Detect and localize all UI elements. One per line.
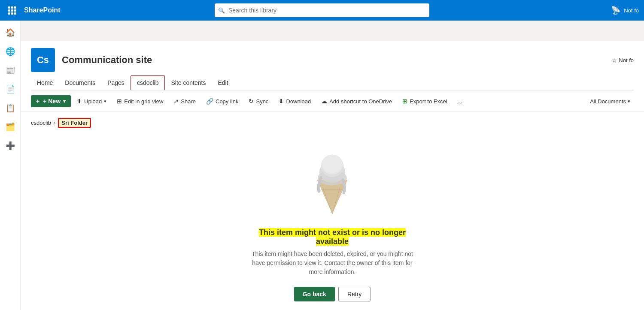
go-back-button[interactable]: Go back: [294, 287, 335, 301]
copy-link-label: Copy link: [216, 98, 238, 105]
nav-globe-icon[interactable]: 🌐: [2, 43, 19, 60]
edit-grid-button[interactable]: ⊞ Edit in grid view: [112, 95, 167, 107]
breadcrumb-parent[interactable]: csdoclib: [31, 120, 51, 126]
excel-icon: ⊞: [402, 98, 407, 105]
toolbar: + + New ▾ ⬆ Upload ▾ ⊞ Edit in grid view…: [21, 91, 644, 112]
top-bar: SharePoint 🔍 📡 Not fo: [0, 0, 644, 21]
download-label: Download: [286, 98, 311, 105]
nav-home-icon[interactable]: 🏠: [2, 24, 19, 41]
copy-link-button[interactable]: 🔗 Copy link: [202, 95, 243, 107]
topbar-right-area: 📡 Not fo: [611, 6, 639, 15]
not-following-button[interactable]: ☆ Not fo: [612, 57, 634, 63]
new-button[interactable]: + + New ▾: [31, 95, 71, 107]
new-dropdown-icon: ▾: [63, 99, 66, 104]
error-title-text2: available: [316, 237, 349, 246]
nav-item-documents[interactable]: Documents: [59, 76, 101, 90]
site-header: Cs Communication site ☆ Not fo Home Docu…: [21, 41, 644, 91]
svg-point-9: [322, 154, 342, 173]
onedrive-button[interactable]: ☁ Add shortcut to OneDrive: [317, 95, 396, 107]
edit-grid-icon: ⊞: [117, 98, 122, 105]
breadcrumb-separator: ›: [54, 120, 55, 126]
breadcrumb-current: Sri Folder: [58, 118, 91, 128]
nav-item-csdoclib[interactable]: csdoclib: [131, 75, 165, 90]
onedrive-label: Add shortcut to OneDrive: [329, 98, 392, 105]
upload-label: Upload: [84, 98, 102, 105]
breadcrumb: csdoclib › Sri Folder: [21, 112, 644, 132]
upload-chevron: ▾: [104, 99, 106, 104]
nav-library-icon[interactable]: 🗂️: [2, 118, 19, 135]
search-icon: 🔍: [218, 7, 225, 14]
excel-button[interactable]: ⊞ Export to Excel: [398, 95, 451, 107]
nav-item-edit[interactable]: Edit: [212, 76, 234, 90]
main-content: Cs Communication site ☆ Not fo Home Docu…: [21, 41, 644, 310]
view-label: All Documents: [590, 98, 626, 105]
more-icon: ...: [458, 98, 462, 105]
nav-news-icon[interactable]: 📰: [2, 62, 19, 79]
nav-item-home[interactable]: Home: [31, 76, 59, 90]
nav-add-icon[interactable]: ➕: [2, 137, 19, 154]
left-nav: 🏠 🌐 📰 📄 📋 🗂️ ➕: [0, 21, 21, 310]
download-icon: ⬇: [279, 98, 284, 105]
error-title-text1: This item might not exist or is no longe…: [259, 228, 406, 237]
site-title: Communication site: [62, 54, 152, 66]
download-button[interactable]: ⬇ Download: [274, 95, 315, 107]
error-container: This item might not exist or is no longe…: [21, 132, 644, 310]
nav-lists-icon[interactable]: 📋: [2, 99, 19, 117]
nav-item-pages[interactable]: Pages: [101, 76, 131, 90]
view-chevron-icon: ▾: [628, 99, 630, 104]
star-icon: ☆: [612, 57, 617, 63]
onedrive-icon: ☁: [321, 98, 327, 105]
new-icon: +: [36, 98, 39, 105]
sync-button[interactable]: ↻ Sync: [244, 95, 273, 107]
toolbar-right: All Documents ▾: [586, 96, 634, 106]
retry-button[interactable]: Retry: [338, 287, 371, 301]
error-title: This item might not exist or is no longe…: [259, 228, 406, 246]
nav-item-site-contents[interactable]: Site contents: [165, 76, 212, 90]
excel-label: Export to Excel: [410, 98, 447, 105]
not-following-label[interactable]: Not fo: [624, 7, 639, 14]
copy-link-icon: 🔗: [206, 98, 213, 105]
not-following-text: Not fo: [619, 57, 634, 63]
sharepoint-logo: SharePoint: [24, 6, 60, 14]
more-button[interactable]: ...: [453, 96, 467, 107]
waffle-menu-button[interactable]: [5, 3, 19, 17]
waffle-icon: [8, 6, 16, 15]
share-label: Share: [181, 98, 196, 105]
site-nav: Home Documents Pages csdoclib Site conte…: [31, 75, 634, 91]
edit-grid-label: Edit in grid view: [124, 98, 163, 105]
upload-button[interactable]: ⬆ Upload ▾: [73, 95, 111, 107]
view-dropdown[interactable]: All Documents ▾: [586, 96, 634, 106]
sync-label: Sync: [256, 98, 268, 105]
upload-icon: ⬆: [77, 98, 82, 105]
search-container: 🔍: [215, 3, 429, 17]
suit-icon: 📡: [611, 6, 620, 15]
search-input[interactable]: [215, 3, 429, 17]
error-subtitle: This item might have been deleted, expir…: [246, 250, 418, 277]
sync-icon: ↻: [249, 98, 254, 105]
share-icon: ↗: [173, 98, 179, 105]
error-illustration: [302, 149, 362, 218]
new-label: + New: [43, 98, 61, 105]
nav-page-icon[interactable]: 📄: [2, 81, 19, 98]
error-actions: Go back Retry: [294, 287, 371, 301]
site-logo: Cs: [31, 48, 55, 72]
site-title-row: Cs Communication site ☆ Not fo: [31, 48, 634, 72]
share-button[interactable]: ↗ Share: [169, 95, 200, 107]
